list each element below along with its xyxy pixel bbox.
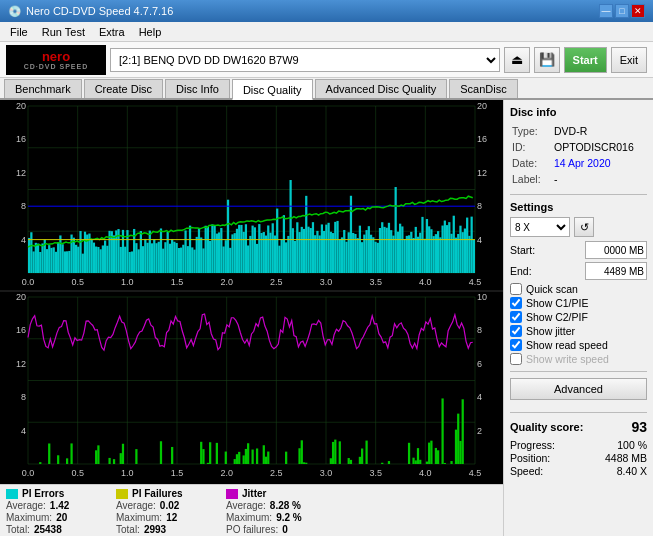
save-button[interactable]: 💾 <box>534 47 560 73</box>
quick-scan-row: Quick scan <box>510 283 647 295</box>
tab-advanced-disc-quality[interactable]: Advanced Disc Quality <box>315 79 448 98</box>
window-controls[interactable]: — □ ✕ <box>599 4 645 18</box>
show-jitter-row: Show jitter <box>510 325 647 337</box>
show-read-speed-checkbox[interactable] <box>510 339 522 351</box>
maximize-button[interactable]: □ <box>615 4 629 18</box>
menu-run-test[interactable]: Run Test <box>36 24 91 40</box>
pi-failures-swatch <box>116 489 128 499</box>
speed-row-2: Speed: 8.40 X <box>510 465 647 477</box>
end-input[interactable] <box>585 262 647 280</box>
position-row: Position: 4488 MB <box>510 452 647 464</box>
advanced-button[interactable]: Advanced <box>510 378 647 400</box>
main-chart <box>0 100 503 482</box>
pi-failures-legend: PI Failures Average: 0.02 Maximum: 12 To… <box>116 488 206 535</box>
disc-info-table: Type: DVD-R ID: OPTODISCR016 Date: 14 Ap… <box>510 122 647 188</box>
show-write-speed-checkbox[interactable] <box>510 353 522 365</box>
pi-errors-legend: PI Errors Average: 1.42 Maximum: 20 Tota… <box>6 488 96 535</box>
tab-disc-quality[interactable]: Disc Quality <box>232 79 313 100</box>
progress-row: Progress: 100 % <box>510 439 647 451</box>
menu-help[interactable]: Help <box>133 24 168 40</box>
minimize-button[interactable]: — <box>599 4 613 18</box>
menu-bar: File Run Test Extra Help <box>0 22 653 42</box>
refresh-button[interactable]: ↺ <box>574 217 594 237</box>
start-button[interactable]: Start <box>564 47 607 73</box>
tab-bar: Benchmark Create Disc Disc Info Disc Qua… <box>0 78 653 100</box>
menu-extra[interactable]: Extra <box>93 24 131 40</box>
show-c1pie-row: Show C1/PIE <box>510 297 647 309</box>
speed-row: 8 X ↺ <box>510 217 647 237</box>
app-icon: 💿 <box>8 5 22 18</box>
exit-button[interactable]: Exit <box>611 47 647 73</box>
tab-disc-info[interactable]: Disc Info <box>165 79 230 98</box>
main-content: PI Errors Average: 1.42 Maximum: 20 Tota… <box>0 100 653 536</box>
divider-3 <box>510 412 647 413</box>
title-text: 💿 Nero CD-DVD Speed 4.7.7.16 <box>8 5 173 18</box>
show-read-speed-row: Show read speed <box>510 339 647 351</box>
end-row: End: <box>510 262 647 280</box>
divider-2 <box>510 371 647 372</box>
legend-area: PI Errors Average: 1.42 Maximum: 20 Tota… <box>0 484 503 536</box>
show-c2pif-checkbox[interactable] <box>510 311 522 323</box>
title-bar: 💿 Nero CD-DVD Speed 4.7.7.16 — □ ✕ <box>0 0 653 22</box>
show-c1pie-checkbox[interactable] <box>510 297 522 309</box>
app-logo: nero CD·DVD SPEED <box>6 45 106 75</box>
jitter-legend: Jitter Average: 8.28 % Maximum: 9.2 % PO… <box>226 488 316 535</box>
divider-1 <box>510 194 647 195</box>
show-write-speed-row: Show write speed <box>510 353 647 365</box>
quick-scan-checkbox[interactable] <box>510 283 522 295</box>
drive-select[interactable]: [2:1] BENQ DVD DD DW1620 B7W9 <box>110 48 500 72</box>
toolbar: nero CD·DVD SPEED [2:1] BENQ DVD DD DW16… <box>0 42 653 78</box>
start-input[interactable] <box>585 241 647 259</box>
tab-scandisc[interactable]: ScanDisc <box>449 79 517 98</box>
jitter-swatch <box>226 489 238 499</box>
pi-errors-swatch <box>6 489 18 499</box>
show-jitter-checkbox[interactable] <box>510 325 522 337</box>
quality-score-row: Quality score: 93 <box>510 419 647 435</box>
settings-title: Settings <box>510 201 647 213</box>
show-c2pif-row: Show C2/PIF <box>510 311 647 323</box>
start-row: Start: <box>510 241 647 259</box>
tab-benchmark[interactable]: Benchmark <box>4 79 82 98</box>
tab-create-disc[interactable]: Create Disc <box>84 79 163 98</box>
disc-info-title: Disc info <box>510 106 647 118</box>
close-button[interactable]: ✕ <box>631 4 645 18</box>
menu-file[interactable]: File <box>4 24 34 40</box>
right-panel: Disc info Type: DVD-R ID: OPTODISCR016 D… <box>503 100 653 536</box>
speed-select[interactable]: 8 X <box>510 217 570 237</box>
eject-button[interactable]: ⏏ <box>504 47 530 73</box>
